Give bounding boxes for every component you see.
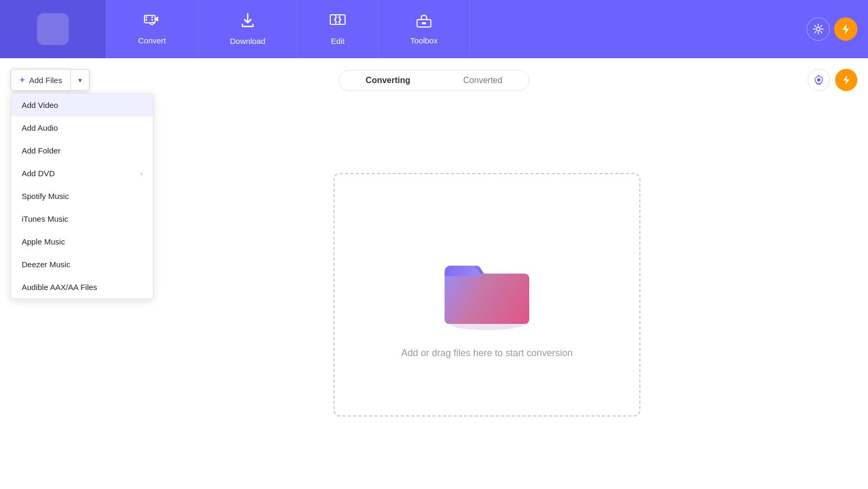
drop-zone-text: Add or drag files here to start conversi… [401,348,573,359]
add-dvd-label: Add DVD [22,169,55,178]
app-logo [37,13,69,45]
lightning-icon-btn[interactable] [834,17,857,41]
top-navigation: Convert Download Edit [0,0,868,58]
svg-rect-3 [151,16,153,18]
add-folder-label: Add Folder [22,146,60,155]
add-video-label: Add Video [22,101,58,110]
tab-converting[interactable]: Converting [339,70,437,90]
menu-item-apple-music[interactable]: Apple Music [11,230,153,253]
menu-item-spotify[interactable]: Spotify Music [11,185,153,207]
svg-rect-1 [146,16,147,18]
main-content: + Add Files ▾ Add Video Add Audio Add Fo… [0,58,868,489]
deezer-label: Deezer Music [22,260,70,269]
convert-label: Convert [138,36,166,45]
add-files-label: Add Files [29,76,62,85]
svg-rect-4 [151,19,153,21]
nav-item-convert[interactable]: Convert [106,0,198,58]
menu-item-deezer[interactable]: Deezer Music [11,253,153,276]
svg-rect-5 [330,15,345,24]
menu-item-itunes[interactable]: iTunes Music [11,207,153,230]
converted-label: Converted [463,76,502,85]
menu-item-add-video[interactable]: Add Video [11,94,153,116]
converting-label: Converting [366,76,410,85]
notification-icon-btn[interactable] [808,69,830,91]
nav-items: Convert Download Edit [106,0,796,58]
chevron-right-icon: › [140,169,142,177]
nav-item-download[interactable]: Download [198,0,298,58]
itunes-label: iTunes Music [22,214,68,223]
add-files-container: + Add Files ▾ Add Video Add Audio Add Fo… [11,69,89,91]
download-icon [240,13,255,32]
spotify-label: Spotify Music [22,192,69,201]
menu-item-audible[interactable]: Audible AAX/AA Files [11,276,153,298]
settings-icon-btn[interactable] [807,17,830,41]
menu-item-add-folder[interactable]: Add Folder [11,139,153,162]
add-audio-label: Add Audio [22,123,58,132]
chevron-down-icon: ▾ [78,76,82,84]
add-files-btn-group: + Add Files ▾ [11,69,89,91]
drop-zone-area: Add or drag files here to start conversi… [106,101,868,489]
top-right-icons [808,69,857,91]
menu-item-add-dvd[interactable]: Add DVD › [11,162,153,185]
add-files-dropdown: Add Video Add Audio Add Folder Add DVD ›… [11,93,153,299]
toolbox-icon [416,13,432,32]
folder-illustration [429,231,545,337]
plus-icon: + [20,75,25,85]
svg-point-10 [817,28,820,31]
boost-icon-btn[interactable] [835,69,857,91]
download-label: Download [230,37,266,46]
tab-bar: Converting Converted [339,70,529,91]
audible-label: Audible AAX/AA Files [22,283,97,292]
logo-area [0,0,106,58]
apple-music-label: Apple Music [22,237,65,246]
nav-item-toolbox[interactable]: Toolbox [378,0,470,58]
menu-item-add-audio[interactable]: Add Audio [11,116,153,139]
nav-item-edit[interactable]: Edit [297,0,378,58]
drop-zone[interactable]: Add or drag files here to start conversi… [333,173,640,416]
svg-rect-2 [146,19,147,21]
toolbox-label: Toolbox [410,36,438,45]
edit-label: Edit [331,37,345,46]
edit-icon [329,13,346,32]
svg-rect-9 [422,22,426,24]
tab-converted[interactable]: Converted [437,70,529,90]
convert-icon [143,13,160,32]
add-files-button[interactable]: + Add Files [11,69,70,91]
add-files-dropdown-arrow[interactable]: ▾ [70,69,89,90]
nav-right-area [796,0,868,58]
